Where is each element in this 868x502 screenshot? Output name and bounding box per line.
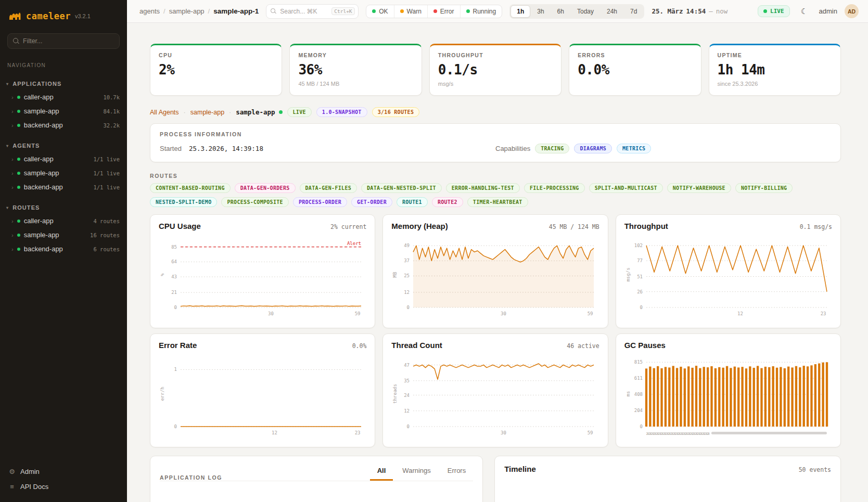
route-chip[interactable]: FILE-PROCESSING [524,183,585,193]
svg-text:0: 0 [174,305,177,310]
search-input[interactable] [280,8,328,15]
app-version: v3.2.1 [75,13,91,19]
status-filter-running[interactable]: Running [461,5,502,18]
sidebar-item-routes-caller-app[interactable]: › caller-app 4 routes [0,214,127,228]
range-separator: — [709,7,713,15]
route-chip[interactable]: DATA-GEN-NESTED-SPLIT [361,183,442,193]
svg-text:611: 611 [634,376,642,381]
svg-text:12: 12 [404,290,410,295]
section-label: ROUTES [12,204,40,211]
section-header-agents[interactable]: ▾ AGENTS [0,140,127,152]
route-chip[interactable]: ERROR-HANDLING-TEST [446,183,520,193]
cameleer-logo-icon [8,9,22,23]
route-chip[interactable]: DATA-GEN-ORDERS [235,183,296,193]
breadcrumb: agents / sample-app / sample-app-1 [139,7,259,15]
route-chip[interactable]: CONTENT-BASED-ROUTING [150,183,231,193]
svg-text:25: 25 [404,273,410,278]
sidebar-item-api-docs[interactable]: ≡ API Docs [8,483,119,491]
route-chip[interactable]: ROUTE1 [397,197,428,207]
status-filter-ok[interactable]: OK [366,5,394,18]
sidebar-item-agent-caller-app[interactable]: › caller-app 1/1 live [0,152,127,166]
live-toggle[interactable]: LIVE [758,5,790,17]
svg-text:47: 47 [404,363,410,368]
ok-status-dot [372,9,376,13]
time-range-1h[interactable]: 1h [510,5,530,18]
timeline-title: Timeline [504,465,536,473]
svg-text:12: 12 [404,408,410,414]
route-chip[interactable]: PROCESS-ORDER [293,197,347,207]
time-range-24h[interactable]: 24h [601,5,623,18]
svg-text:err/h: err/h [160,387,165,401]
logo[interactable]: cameleer v3.2.1 [0,0,127,28]
route-chip[interactable]: PROCESS-COMPOSITE [221,197,288,207]
gc-pauses-chart: 0204408611815ms2020202020202020202020202… [624,355,832,437]
global-search[interactable]: Ctrl+K [266,4,359,19]
status-filter-warn[interactable]: Warn [394,5,428,18]
sidebar-item-app-caller-app[interactable]: › caller-app 10.7k [0,90,127,104]
stat-label: ERRORS [578,52,692,58]
chevron-right-icon: › [11,156,14,162]
svg-text:30: 30 [501,311,506,316]
dark-mode-toggle[interactable]: ☾ [797,4,812,19]
sidebar-item-routes-backend-app[interactable]: › backend-app 6 routes [0,242,127,256]
tab-errors[interactable]: Errors [440,465,473,481]
separator: · [229,109,231,116]
stat-value: 0.0% [578,62,692,78]
chevron-down-icon: ▾ [6,205,9,210]
date-range-display[interactable]: 25. März 14:54 — now [652,7,727,15]
svg-text:ms: ms [626,391,631,397]
tab-warnings[interactable]: Warnings [395,465,438,481]
svg-text:59: 59 [355,311,361,316]
sidebar-item-badge: 32.2k [103,122,120,128]
sidebar-filter[interactable] [7,33,120,49]
chevron-right-icon: › [11,232,14,238]
cpu-usage-chart: 021436485%3059Alert [159,236,366,318]
status-dot [17,172,20,175]
status-filter-error[interactable]: Error [428,5,461,18]
sidebar-item-app-backend-app[interactable]: › backend-app 32.2k [0,118,127,132]
route-chip[interactable]: NOTIFY-BILLING [735,183,793,193]
time-range-3h[interactable]: 3h [531,5,550,18]
sidebar-item-agent-sample-app[interactable]: › sample-app 1/1 live [0,166,127,180]
breadcrumb-agents[interactable]: agents [139,7,160,15]
routes-section: ROUTES CONTENT-BASED-ROUTING DATA-GEN-OR… [150,173,841,207]
svg-text:102: 102 [634,243,642,248]
route-chip[interactable]: NOTIFY-WAREHOUSE [667,183,731,193]
time-range-7d[interactable]: 7d [624,5,643,18]
sidebar-item-badge: 4 routes [93,218,120,224]
app-name: cameleer [26,11,71,21]
avatar[interactable]: AD [845,4,859,18]
time-range-6h[interactable]: 6h [551,5,570,18]
sidebar-item-app-sample-app[interactable]: › sample-app 84.1k [0,104,127,118]
tab-all[interactable]: All [370,465,393,481]
routes-badge: 3/16 ROUTES [372,107,420,117]
svg-text:0: 0 [174,424,177,429]
route-chip[interactable]: GET-ORDER [351,197,392,207]
breadcrumb-sample-app[interactable]: sample-app [169,7,205,15]
agent-app-link[interactable]: sample-app [190,109,224,116]
route-chip[interactable]: ROUTE2 [432,197,463,207]
route-chip[interactable]: TIMER-HEARTBEAT [467,197,528,207]
chevron-right-icon: › [11,218,14,224]
time-range-today[interactable]: Today [571,5,600,18]
chart-value: 0.0% [352,342,367,350]
sidebar-item-agent-backend-app[interactable]: › backend-app 1/1 live [0,180,127,194]
capabilities-label: Capabilities [495,145,530,152]
svg-text:26: 26 [637,289,643,294]
route-chip[interactable]: NESTED-SPLIT-DEMO [150,197,217,207]
chart-title: CPU Usage [159,222,201,230]
svg-text:77: 77 [637,258,643,263]
route-chip[interactable]: DATA-GEN-FILES [300,183,358,193]
sidebar-footer-label: Admin [20,468,40,475]
svg-text:204: 204 [634,408,642,413]
sidebar-item-label: sample-app [24,231,59,239]
sidebar-item-admin[interactable]: ⚙ Admin [8,468,119,475]
section-header-applications[interactable]: ▾ APPLICATIONS [0,79,127,90]
svg-text:msg/s: msg/s [626,267,631,281]
warn-status-dot [400,9,404,13]
sidebar-item-routes-sample-app[interactable]: › sample-app 16 routes [0,228,127,242]
section-header-routes[interactable]: ▾ ROUTES [0,202,127,214]
all-agents-link[interactable]: All Agents [150,109,179,116]
sidebar-filter-input[interactable] [23,37,114,45]
route-chip[interactable]: SPLIT-AND-MULTICAST [589,183,663,193]
